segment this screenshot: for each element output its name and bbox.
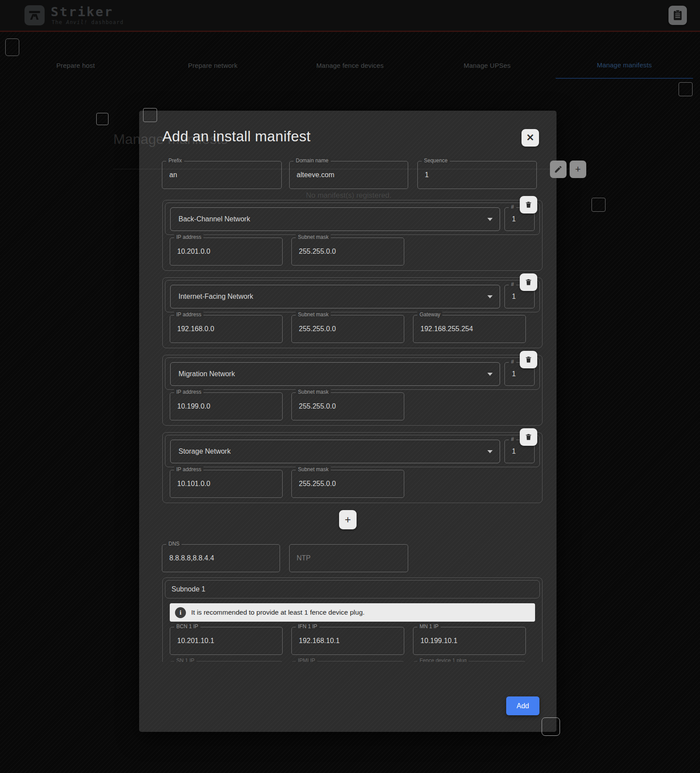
sequence-field[interactable]: Sequence 1 [417,161,537,189]
ip-address-value: 192.168.0.0 [177,325,214,333]
network-type-select[interactable]: Back-Channel Network [170,207,500,231]
dns-field[interactable]: DNS 8.8.8.8,8.8.4.4 [162,544,280,572]
subnode-title: Subnode 1 [172,585,205,593]
network-section-bcn: Back-Channel Network # 1 IP address 10.2… [162,200,542,271]
bcn-1-ip-label: BCN 1 IP [174,623,200,630]
network-count-value: 1 [512,370,516,378]
ifn-1-ip-label: IFN 1 IP [296,623,319,630]
trash-icon [525,278,532,287]
network-count-label: # [509,359,516,365]
ip-address-field[interactable]: IP address 192.168.0.0 [170,315,283,343]
network-type-value: Back-Channel Network [178,215,250,223]
domain-name-label: Domain name [294,157,331,164]
chevron-down-icon [487,450,493,453]
prefix-value: an [169,171,177,179]
mn-1-ip-label: MN 1 IP [417,623,441,630]
ifn-1-ip-value: 192.168.10.1 [299,637,340,645]
gateway-label: Gateway [417,311,442,318]
focus-outline-box [143,108,157,122]
network-section-sn: Storage Network # 1 IP address 10.101.0.… [162,432,542,503]
network-type-select[interactable]: Migration Network [170,362,500,386]
network-type-value: Internet-Facing Network [178,293,253,301]
sn-1-ip-field[interactable]: SN 1 IP [170,661,283,662]
fence-recommendation-banner: i It is recommended to provide at least … [170,603,535,622]
sn-1-ip-label: SN 1 IP [174,658,196,662]
domain-name-value: alteeve.com [297,171,334,179]
mn-1-ip-field[interactable]: MN 1 IP 10.199.10.1 [413,627,526,655]
network-count-label: # [509,436,516,442]
ip-address-field[interactable]: IP address 10.201.0.0 [170,238,283,266]
ip-address-value: 10.201.0.0 [177,248,210,255]
network-section-ifn: Internet-Facing Network # 1 IP address 1… [162,277,542,348]
network-type-select[interactable]: Internet-Facing Network [170,285,500,308]
ipmi-ip-label: IPMI IP [296,658,317,662]
subnet-mask-value: 255.255.0.0 [299,248,336,255]
delete-network-button[interactable] [520,273,537,291]
sequence-value: 1 [425,171,429,179]
subnet-mask-value: 255.255.0.0 [299,480,336,488]
bcn-1-ip-field[interactable]: BCN 1 IP 10.201.10.1 [170,627,283,655]
domain-name-field[interactable]: Domain name alteeve.com [289,161,408,189]
network-type-select[interactable]: Storage Network [170,440,500,463]
edit-manifest-button[interactable] [550,161,567,178]
subnet-mask-field[interactable]: Subnet mask 255.255.0.0 [291,315,404,343]
subnode-1-section: Subnode 1 i It is recommended to provide… [162,577,542,662]
sequence-label: Sequence [422,157,450,164]
add-network-button[interactable]: + [339,510,357,529]
dialog-title: Add an install manifest [162,128,311,145]
plus-icon: + [575,164,581,175]
delete-network-button[interactable] [520,196,537,213]
gateway-value: 192.168.255.254 [420,325,473,333]
delete-network-button[interactable] [520,428,537,446]
subnet-mask-label: Subnet mask [296,389,331,395]
subnet-mask-value: 255.255.0.0 [299,402,336,410]
network-count-value: 1 [512,448,516,455]
focus-outline-box [5,38,19,56]
trash-icon [525,433,532,441]
ipmi-ip-field[interactable]: IPMI IP [291,661,404,662]
ip-address-field[interactable]: IP address 10.101.0.0 [170,470,283,498]
subnet-mask-field[interactable]: Subnet mask 255.255.0.0 [291,392,404,420]
ntp-placeholder: NTP [297,554,311,562]
add-manifest-button[interactable]: + [570,161,586,178]
focus-outline-box [96,113,108,125]
fence-plug-label: Fence device 1 plug [417,658,469,662]
ntp-field[interactable]: NTP [289,544,408,572]
pencil-icon [554,165,563,174]
network-header: Migration Network # 1 [165,357,540,390]
focus-outline-box [542,717,560,736]
ip-address-label: IP address [174,311,203,318]
dns-value: 8.8.8.8,8.8.4.4 [169,554,214,562]
close-icon: ✕ [526,132,534,143]
info-icon: i [175,607,186,618]
ip-address-value: 10.199.0.0 [177,402,210,410]
subnet-mask-field[interactable]: Subnet mask 255.255.0.0 [291,238,404,266]
chevron-down-icon [487,373,493,376]
chevron-down-icon [487,295,493,298]
network-header: Internet-Facing Network # 1 [165,280,540,312]
subnet-mask-label: Subnet mask [296,466,331,472]
bcn-1-ip-value: 10.201.10.1 [177,637,214,645]
trash-icon [525,355,532,364]
delete-network-button[interactable] [520,351,537,368]
fence-plug-field[interactable]: Fence device 1 plug [413,661,526,662]
add-button[interactable]: Add [506,696,539,715]
add-install-manifest-dialog: Add an install manifest ✕ Prefix an Doma… [139,111,556,732]
ip-address-field[interactable]: IP address 10.199.0.0 [170,392,283,420]
ifn-1-ip-field[interactable]: IFN 1 IP 192.168.10.1 [291,627,404,655]
subnet-mask-field[interactable]: Subnet mask 255.255.0.0 [291,470,404,498]
network-type-value: Storage Network [178,448,231,455]
trash-icon [525,200,532,209]
fence-recommendation-text: It is recommended to provide at least 1 … [191,609,364,616]
network-type-value: Migration Network [178,370,235,378]
ip-address-value: 10.101.0.0 [177,480,210,488]
ip-address-label: IP address [174,466,203,472]
ip-address-label: IP address [174,389,203,395]
network-header: Back-Channel Network # 1 [165,203,540,235]
close-dialog-button[interactable]: ✕ [522,129,539,147]
gateway-field[interactable]: Gateway 192.168.255.254 [413,315,526,343]
prefix-field[interactable]: Prefix an [162,161,282,189]
plus-icon: + [345,514,351,526]
subnet-mask-label: Subnet mask [296,234,331,240]
mn-1-ip-value: 10.199.10.1 [420,637,458,645]
